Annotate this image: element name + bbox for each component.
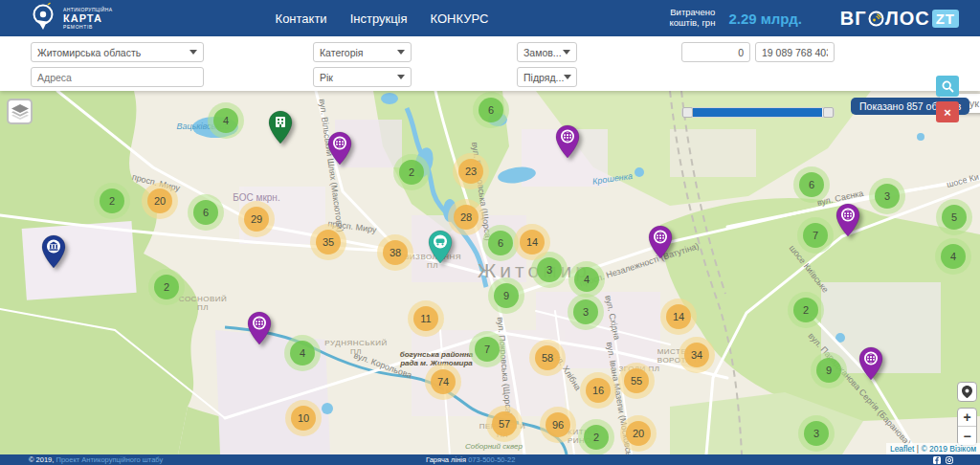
cluster-count: 29 [244, 207, 269, 232]
search-button[interactable] [936, 76, 959, 97]
cluster-marker[interactable]: 2 [94, 183, 130, 219]
cluster-marker[interactable]: 7 [469, 331, 505, 367]
pin-marker-globe[interactable] [835, 203, 860, 237]
cluster-count: 16 [586, 378, 611, 403]
cluster-count: 57 [492, 411, 517, 436]
cluster-marker[interactable]: 57 [486, 406, 523, 442]
cluster-marker[interactable]: 58 [529, 340, 566, 376]
pin-marker-globe[interactable] [648, 225, 673, 259]
clear-filters-button[interactable]: × [936, 101, 959, 122]
footer-project-link[interactable]: Проект Антикорупційного штабу [56, 455, 163, 464]
chevron-down-icon [564, 75, 571, 79]
slider-handle-min[interactable] [682, 107, 693, 118]
cluster-marker[interactable]: 14 [514, 224, 550, 260]
nav-contest[interactable]: КОНКУРС [431, 11, 489, 26]
instagram-icon[interactable] [946, 456, 953, 464]
leaflet-link[interactable]: Leaflet [890, 444, 915, 454]
cluster-marker[interactable]: 3 [568, 294, 604, 330]
cluster-marker[interactable]: 6 [188, 194, 224, 231]
layers-control[interactable] [7, 99, 33, 124]
cluster-marker[interactable]: 7 [797, 217, 834, 254]
customer-select[interactable]: Замов... [517, 42, 577, 62]
amount-range-slider[interactable] [681, 107, 835, 118]
cluster-count: 34 [684, 343, 709, 367]
cluster-marker[interactable]: 20 [142, 183, 178, 219]
search-icon [942, 80, 954, 93]
cluster-marker[interactable]: 9 [488, 277, 524, 314]
amount-min-input[interactable] [681, 42, 750, 62]
map-canvas[interactable]: просп. Мирупросп. Мирувул. Саєнкашосе Ки… [0, 91, 980, 454]
cluster-marker[interactable]: 34 [679, 337, 715, 373]
pin-marker-globe[interactable] [858, 346, 883, 381]
cluster-marker[interactable]: 2 [578, 419, 614, 454]
map-attribution: Leaflet | © 2019 Візіком [886, 443, 980, 454]
app-logo[interactable]: АНТИКОРУПЦІЙНА КАРТА РЕМОНТІВ [29, 2, 113, 34]
zoom-in-button[interactable]: + [958, 409, 976, 427]
cluster-marker[interactable]: 14 [660, 299, 697, 335]
locate-control[interactable] [957, 382, 977, 402]
pin-marker-building[interactable] [268, 110, 293, 144]
slider-fill [693, 108, 822, 117]
contractor-select[interactable]: Підряд... [517, 67, 577, 87]
category-select[interactable]: Категорія [313, 42, 412, 62]
cluster-count: 96 [546, 412, 570, 437]
amount-max-input[interactable] [755, 42, 835, 62]
cluster-marker[interactable]: 38 [377, 234, 413, 271]
nav-instruction[interactable]: Інструкція [350, 11, 408, 26]
nav-contacts[interactable]: Контакти [276, 11, 327, 26]
cluster-count: 2 [100, 188, 124, 213]
pin-marker-globe[interactable] [247, 311, 272, 345]
pin-marker-globe[interactable] [327, 131, 352, 166]
cluster-marker[interactable]: 5 [936, 199, 972, 235]
cluster-marker[interactable]: 16 [580, 372, 616, 409]
cluster-marker[interactable]: 10 [285, 400, 322, 436]
cluster-count: 4 [941, 244, 966, 269]
cluster-marker[interactable]: 4 [935, 238, 971, 275]
cluster-marker[interactable]: 3 [869, 178, 905, 214]
cluster-count: 6 [479, 98, 503, 122]
zoom-control: + − [957, 408, 977, 446]
tiles-copyright-link[interactable]: © 2019 Візіком [921, 444, 976, 454]
chevron-down-icon [563, 50, 570, 55]
cluster-marker[interactable]: 4 [284, 335, 321, 371]
cluster-marker[interactable]: 2 [148, 269, 185, 305]
cluster-count: 35 [316, 230, 341, 255]
cluster-count: 10 [291, 406, 316, 431]
cluster-marker[interactable]: 3 [798, 415, 835, 452]
header: АНТИКОРУПЦІЙНА КАРТА РЕМОНТІВ Контакти І… [0, 0, 980, 36]
cluster-marker[interactable]: 2 [788, 292, 824, 328]
pin-marker-bank[interactable] [41, 234, 66, 269]
cluster-marker[interactable]: 4 [568, 261, 605, 298]
cluster-marker[interactable]: 4 [208, 102, 244, 139]
cluster-marker[interactable]: 74 [425, 364, 461, 400]
cluster-marker[interactable]: 2 [393, 154, 430, 190]
chevron-down-icon [397, 75, 405, 79]
cluster-marker[interactable]: 28 [448, 199, 484, 235]
pin-marker-bus[interactable] [428, 230, 453, 264]
cluster-marker[interactable]: 11 [408, 300, 444, 337]
cluster-marker[interactable]: 35 [310, 224, 346, 260]
cluster-marker[interactable]: 6 [473, 92, 509, 128]
region-select[interactable]: Житомирська область [31, 42, 204, 62]
slider-handle-max[interactable] [823, 107, 834, 118]
cluster-marker[interactable]: 6 [793, 166, 830, 203]
address-input[interactable] [31, 67, 204, 87]
cluster-marker[interactable]: 23 [453, 153, 489, 189]
cluster-count: 38 [383, 240, 408, 265]
cluster-marker[interactable]: 55 [618, 363, 655, 399]
cluster-count: 2 [584, 425, 609, 450]
cluster-count: 4 [290, 341, 315, 365]
cluster-marker[interactable]: 96 [540, 407, 576, 443]
cluster-marker[interactable]: 29 [238, 201, 275, 237]
hotline-label: Гаряча лінія [426, 455, 466, 464]
cluster-marker[interactable]: 9 [811, 352, 847, 388]
logo-line3: РЕМОНТІВ [63, 25, 113, 30]
facebook-icon[interactable] [933, 456, 941, 464]
close-icon: × [944, 105, 951, 120]
cluster-marker[interactable]: 20 [620, 415, 657, 452]
pin-marker-globe[interactable] [555, 124, 580, 159]
year-select[interactable]: Рік [313, 67, 412, 87]
hotline-number-link[interactable]: 073-500-50-22 [468, 455, 515, 464]
logo-line2: КАРТА [63, 13, 113, 24]
brand-logo[interactable]: ВГ ЛОС ZT [840, 8, 959, 30]
